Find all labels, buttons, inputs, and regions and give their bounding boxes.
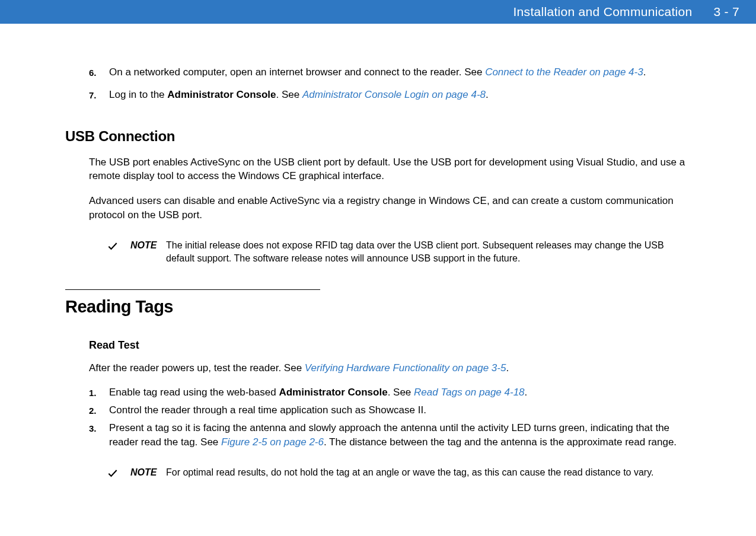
list-number: 3. (89, 421, 109, 449)
heading-usb-connection: USB Connection (65, 128, 691, 145)
list-text: Enable tag read using the web-based Admi… (109, 385, 691, 400)
section-divider (65, 289, 320, 290)
list-text: Control the reader through a real time a… (109, 403, 691, 417)
note-block-1: NOTE The initial release does not expose… (107, 239, 691, 266)
link-connect-reader[interactable]: Connect to the Reader on page 4-3 (485, 66, 643, 78)
list-item-6: 6. On a networked computer, open an inte… (89, 65, 691, 79)
list-number: 2. (89, 403, 109, 417)
note-text: The initial release does not expose RFID… (166, 239, 691, 266)
list-number: 7. (89, 88, 109, 102)
link-verify-hardware[interactable]: Verifying Hardware Functionality on page… (305, 362, 506, 374)
list-number: 1. (89, 385, 109, 400)
page-body: 6. On a networked computer, open an inte… (0, 24, 756, 506)
bold-admin-console: Administrator Console (279, 387, 387, 398)
link-admin-login[interactable]: Administrator Console Login on page 4-8 (302, 89, 486, 100)
list-text: Present a tag so it is facing the antenn… (109, 421, 691, 449)
note-label: NOTE (130, 239, 166, 266)
paragraph-read-test-intro: After the reader powers up, test the rea… (89, 361, 691, 375)
page-number: 3 - 7 (713, 5, 739, 19)
list-item-7: 7. Log in to the Administrator Console. … (89, 88, 691, 102)
note-block-2: NOTE For optimal read results, do not ho… (107, 466, 691, 483)
page-header: Installation and Communication 3 - 7 (0, 0, 756, 24)
bold-admin-console: Administrator Console (167, 89, 276, 100)
list-number: 6. (89, 65, 109, 79)
check-icon (107, 239, 130, 266)
list-item-3: 3. Present a tag so it is facing the ant… (89, 421, 691, 449)
paragraph-usb-1: The USB port enables ActiveSync on the U… (89, 155, 691, 184)
heading-reading-tags: Reading Tags (65, 297, 691, 317)
check-icon (107, 466, 130, 483)
list-item-2: 2. Control the reader through a real tim… (89, 403, 691, 417)
read-test-steps: 1. Enable tag read using the web-based A… (65, 385, 691, 449)
list-text: On a networked computer, open an interne… (109, 65, 691, 79)
link-read-tags[interactable]: Read Tags on page 4-18 (414, 387, 525, 398)
note-label: NOTE (130, 466, 166, 483)
heading-read-test: Read Test (89, 339, 691, 352)
list-text: Log in to the Administrator Console. See… (109, 88, 691, 102)
list-item-1: 1. Enable tag read using the web-based A… (89, 385, 691, 400)
link-figure-2-5[interactable]: Figure 2-5 on page 2-6 (221, 436, 324, 448)
chapter-title: Installation and Communication (513, 5, 692, 19)
note-text: For optimal read results, do not hold th… (166, 466, 691, 483)
paragraph-usb-2: Advanced users can disable and enable Ac… (89, 194, 691, 222)
